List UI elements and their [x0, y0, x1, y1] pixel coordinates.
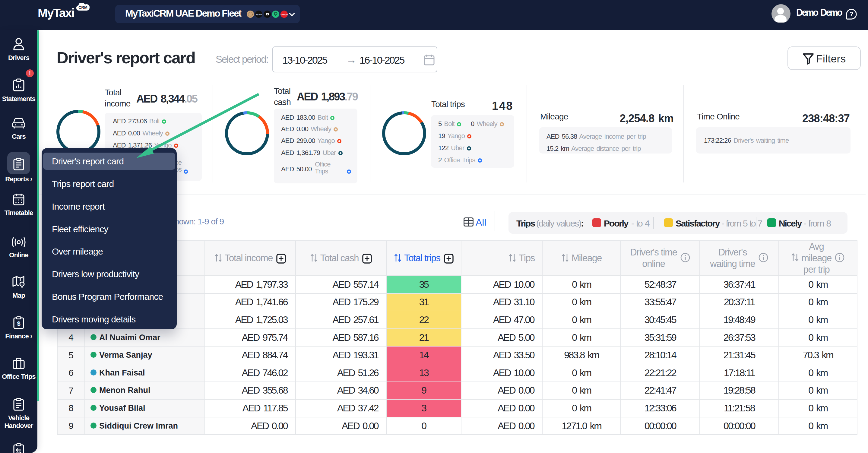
- svg-text:MyTaxi: MyTaxi: [256, 13, 262, 16]
- svg-text:$: $: [17, 320, 20, 327]
- svg-text:YANGO: YANGO: [280, 13, 288, 16]
- svg-text:?: ?: [849, 10, 853, 18]
- svg-text:CRM: CRM: [79, 5, 88, 10]
